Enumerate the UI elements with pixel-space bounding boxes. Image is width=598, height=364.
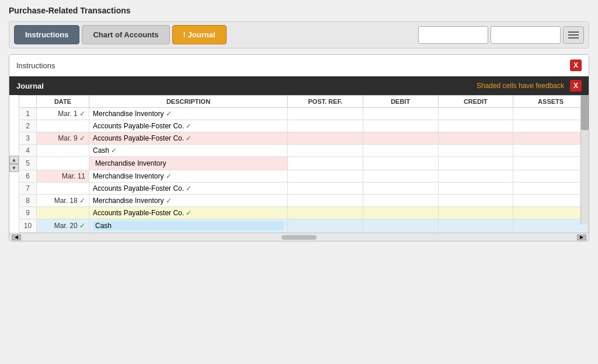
card-header-title: Instructions [16, 61, 55, 70]
table-row: 1Mar. 1 ✓Merchandise Inventory ✓ [19, 108, 589, 120]
menu-button[interactable] [563, 26, 584, 44]
cell-row-num: 7 [19, 183, 37, 195]
scrollbar-thumb-v [581, 95, 589, 130]
cell-debit [363, 183, 438, 195]
col-debit: DEBIT [363, 96, 438, 108]
journal-table: DATE DESCRIPTION POST. REF. DEBIT CREDIT… [19, 95, 589, 233]
cell-date: Mar. 20 ✓ [37, 219, 89, 233]
hscroll-thumb [281, 235, 317, 240]
cell-row-num: 10 [19, 219, 37, 233]
cell-debit [363, 207, 438, 219]
feedback-close-button[interactable]: X [570, 80, 582, 92]
col-credit: CREDIT [438, 96, 513, 108]
cell-debit [363, 145, 438, 157]
desc-check: ✓ [184, 209, 192, 217]
desc-check: ✓ [184, 134, 192, 142]
card-close-button[interactable]: X [570, 60, 582, 71]
cell-assets [513, 145, 589, 157]
menu-line-1 [568, 32, 579, 33]
horizontal-scrollbar[interactable]: ◀ ▶ [9, 233, 589, 241]
cell-debit [363, 120, 438, 132]
date-check: ✓ [79, 222, 85, 230]
desc-check: ✓ [164, 197, 171, 205]
cell-row-num: 5 [19, 157, 37, 170]
cell-debit [363, 132, 438, 145]
cell-credit [438, 207, 513, 219]
cell-credit [438, 157, 513, 170]
cell-row-num: 2 [19, 120, 37, 132]
table-row: 4Cash ✓ [19, 145, 589, 157]
search-input-1[interactable] [418, 26, 488, 44]
cell-assets [513, 207, 589, 219]
cell-row-num: 6 [19, 170, 37, 183]
cell-row-num: 4 [19, 145, 37, 157]
col-description: DESCRIPTION [89, 96, 288, 108]
cell-row-num: 3 [19, 132, 37, 145]
hscroll-left[interactable]: ◀ [12, 235, 21, 240]
cell-post-ref [288, 219, 363, 233]
desc-check: ✓ [184, 122, 192, 130]
cell-assets [513, 108, 589, 120]
date-check: ✓ [79, 110, 85, 118]
cell-description: Accounts Payable-Foster Co. ✓ [89, 207, 288, 219]
cell-date: Mar. 18 ✓ [37, 195, 89, 207]
search-input-2[interactable] [491, 26, 561, 44]
cell-description: Merchandise Inventory ✓ [89, 108, 288, 120]
cell-assets [513, 132, 589, 145]
hscroll-right[interactable]: ▶ [577, 235, 586, 240]
cell-description: Merchandise Inventory [89, 157, 288, 170]
cell-description: Cash [89, 219, 288, 233]
cell-credit [438, 132, 513, 145]
col-num [19, 96, 37, 108]
cell-credit [438, 145, 513, 157]
cell-credit [438, 108, 513, 120]
cell-credit [438, 195, 513, 207]
menu-line-3 [568, 37, 579, 38]
tab-chart-of-accounts[interactable]: Chart of Accounts [82, 25, 169, 44]
desc-check: ✓ [184, 184, 192, 192]
journal-header-bar: Journal Shaded cells have feedback X [9, 76, 589, 95]
col-post-ref: POST. REF. [288, 96, 363, 108]
page-title: Purchase-Related Transactions [9, 6, 589, 15]
journal-bar-label: Journal [16, 82, 44, 90]
table-row: 10Mar. 20 ✓Cash [19, 219, 589, 233]
table-row: 8Mar. 18 ✓Merchandise Inventory ✓ [19, 195, 589, 207]
scroll-up-arrow[interactable]: ▲ [9, 156, 19, 164]
table-row: 6Mar. 11Merchandise Inventory ✓ [19, 170, 589, 183]
desc-check: ✓ [164, 110, 171, 118]
table-row: 5Merchandise Inventory [19, 157, 589, 170]
cell-post-ref [288, 207, 363, 219]
cell-debit [363, 170, 438, 183]
table-header-row: DATE DESCRIPTION POST. REF. DEBIT CREDIT… [19, 96, 589, 108]
table-wrapper: ▲ ▼ DATE DESCRIPTION POST. REF. DEBIT CR… [9, 95, 589, 233]
tab-journal[interactable]: Journal [172, 25, 227, 44]
cell-date [37, 157, 89, 170]
cell-post-ref [288, 170, 363, 183]
cell-post-ref [288, 120, 363, 132]
date-check: ✓ [79, 197, 85, 205]
desc-check: ✓ [164, 172, 171, 180]
cell-description: Accounts Payable-Foster Co. ✓ [89, 183, 288, 195]
scroll-down-arrow[interactable]: ▼ [9, 164, 19, 172]
cell-date [37, 120, 89, 132]
desc-input-pink[interactable]: Merchandise Inventory [93, 159, 284, 168]
vertical-scrollbar[interactable] [580, 95, 589, 225]
tab-bar: Instructions Chart of Accounts Journal [9, 21, 589, 48]
toolbar-right [418, 26, 584, 44]
journal-card: Instructions X Journal Shaded cells have… [9, 54, 589, 242]
cell-assets [513, 219, 589, 233]
tab-instructions[interactable]: Instructions [14, 25, 79, 44]
table-row: 7Accounts Payable-Foster Co. ✓ [19, 183, 589, 195]
cell-description: Merchandise Inventory ✓ [89, 170, 288, 183]
side-arrows: ▲ ▼ [9, 156, 19, 172]
cell-post-ref [288, 157, 363, 170]
cell-description: Accounts Payable-Foster Co. ✓ [89, 120, 288, 132]
col-assets: ASSETS [513, 96, 589, 108]
cell-description: Merchandise Inventory ✓ [89, 195, 288, 207]
desc-input-blue[interactable]: Cash [93, 221, 284, 230]
cell-debit [363, 108, 438, 120]
cell-date: Mar. 1 ✓ [37, 108, 89, 120]
cell-date [37, 207, 89, 219]
cell-row-num: 8 [19, 195, 37, 207]
cell-description: Cash ✓ [89, 145, 288, 157]
